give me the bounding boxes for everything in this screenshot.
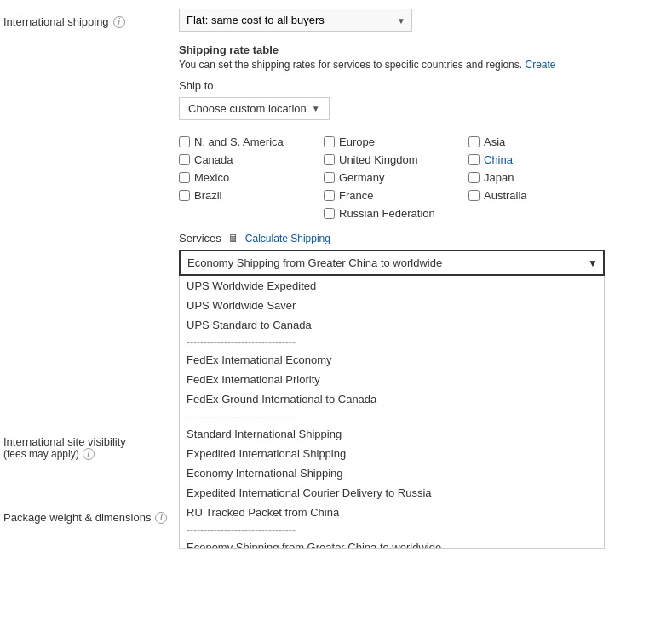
list-item[interactable]: FedEx International Economy	[180, 350, 604, 370]
checkbox-n-s-america-input[interactable]	[179, 136, 190, 147]
checkbox-australia-input[interactable]	[468, 190, 480, 201]
list-item[interactable]: Standard International Shipping	[180, 424, 604, 444]
list-item[interactable]: Expedited International Courier Delivery…	[180, 483, 604, 503]
list-item[interactable]: Economy International Shipping	[180, 463, 604, 483]
pkg-weight-label: Package weight & dimensions i	[3, 511, 179, 524]
checkbox-australia[interactable]: Australia	[468, 189, 605, 202]
checkbox-france-input[interactable]	[324, 190, 335, 201]
intl-shipping-info-icon[interactable]: i	[113, 16, 125, 28]
flat-rate-section: Flat: same cost to all buyers Calculated…	[179, 9, 672, 32]
custom-location-button[interactable]: Choose custom location ▼	[179, 97, 330, 120]
intl-shipping-label: International shipping i	[3, 15, 179, 28]
calculate-shipping-link[interactable]: Calculate Shipping	[245, 233, 330, 244]
checkbox-mexico[interactable]: Mexico	[179, 171, 315, 184]
services-select[interactable]: Economy Shipping from Greater China to w…	[179, 250, 605, 276]
list-item[interactable]: FedEx Ground International to Canada	[180, 389, 604, 409]
checkbox-mexico-input[interactable]	[179, 172, 190, 183]
services-selected-value: Economy Shipping from Greater China to w…	[187, 256, 442, 269]
intl-visibility-info-icon[interactable]: i	[83, 448, 95, 460]
checkbox-canada[interactable]: Canada	[179, 153, 315, 166]
checkbox-europe[interactable]: Europe	[324, 135, 460, 148]
checkbox-germany[interactable]: Germany	[324, 171, 460, 184]
checkbox-russia-input[interactable]	[324, 208, 335, 219]
list-item[interactable]: UPS Worldwide Saver	[180, 296, 604, 315]
custom-location-text: Choose custom location	[188, 102, 307, 115]
intl-visibility-label: International site visibility (fees may …	[3, 435, 179, 460]
intl-shipping-text: International shipping	[3, 15, 109, 28]
checkbox-brazil[interactable]: Brazil	[179, 189, 315, 202]
checkbox-canada-input[interactable]	[179, 154, 190, 165]
list-separator: --------------------------------	[180, 522, 604, 538]
checkbox-europe-input[interactable]	[324, 136, 335, 147]
list-item[interactable]: UPS Worldwide Expedited	[180, 276, 604, 296]
calculator-icon: 🖩	[228, 233, 238, 244]
checkbox-russia[interactable]: Russian Federation	[324, 207, 460, 220]
checkbox-germany-input[interactable]	[324, 172, 335, 183]
list-separator: --------------------------------	[180, 335, 604, 350]
checkbox-uk-input[interactable]	[324, 154, 335, 165]
list-item[interactable]: Economy Shipping from Greater China to w…	[180, 538, 604, 549]
ship-to-section: Ship to Choose custom location ▼	[179, 79, 672, 130]
list-item[interactable]: RU Tracked Packet from China	[180, 503, 604, 522]
flat-rate-dropdown-wrapper: Flat: same cost to all buyers Calculated…	[179, 9, 412, 32]
checkbox-brazil-input[interactable]	[179, 190, 190, 201]
services-dropdown-wrapper: Economy Shipping from Greater China to w…	[179, 250, 605, 276]
checkbox-france[interactable]: France	[324, 189, 460, 202]
checkbox-uk[interactable]: United Kingdom	[324, 153, 460, 166]
services-label: Services	[179, 232, 221, 244]
shipping-rate-table-section: Shipping rate table You can set the ship…	[179, 43, 672, 71]
services-row: Services 🖩 Calculate Shipping	[179, 232, 672, 244]
pkg-weight-info-icon[interactable]: i	[155, 512, 167, 524]
custom-location-arrow-icon: ▼	[312, 104, 320, 113]
calc-shipping-text: Calculate Shipping	[245, 233, 330, 244]
flat-rate-select[interactable]: Flat: same cost to all buyers Calculated…	[179, 9, 412, 32]
shipping-rate-title: Shipping rate table	[179, 43, 672, 56]
checkbox-asia-input[interactable]	[468, 136, 480, 147]
checkbox-china[interactable]: China	[468, 153, 605, 166]
checkbox-n-s-america[interactable]: N. and S. America	[179, 135, 315, 148]
checkbox-china-input[interactable]	[468, 154, 480, 165]
checkbox-japan-input[interactable]	[468, 172, 480, 183]
list-item[interactable]: FedEx International Priority	[180, 370, 604, 389]
ship-to-label: Ship to	[179, 79, 672, 92]
list-item[interactable]: UPS Standard to Canada	[180, 315, 604, 335]
checkbox-asia[interactable]: Asia	[468, 135, 605, 148]
list-item[interactable]: Expedited International Shipping	[180, 444, 604, 463]
checkbox-japan[interactable]: Japan	[468, 171, 605, 184]
services-dropdown-list[interactable]: UPS Worldwide Expedited UPS Worldwide Sa…	[179, 276, 605, 549]
intl-visibility-sublabel: (fees may apply)	[3, 448, 79, 460]
location-checkboxes-grid: N. and S. America Europe Asia Canada Uni…	[179, 135, 605, 220]
shipping-rate-desc: You can set the shipping rates for servi…	[179, 59, 672, 71]
create-link[interactable]: Create	[525, 59, 555, 71]
list-separator: --------------------------------	[180, 409, 604, 424]
